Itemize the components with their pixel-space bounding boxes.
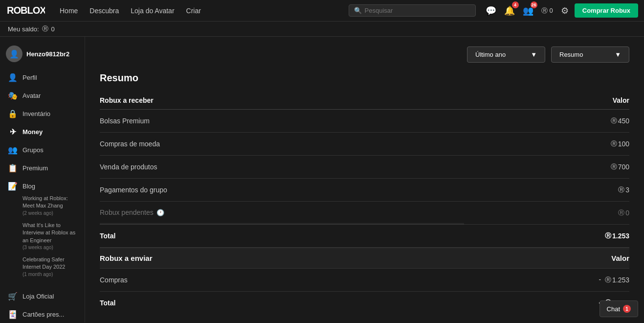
avatar-icon: 👤 [9,49,19,59]
row-value: Ⓡ 100 [464,133,629,156]
total-label: Total [100,225,464,248]
sidebar-cartoes-label: Cartões pres... [22,311,64,318]
sidebar-item-premium[interactable]: 📋 Premium [0,160,85,177]
sidebar-item-blog[interactable]: 📝 Blog [0,178,85,192]
top-navigation: ROBLOX Home Descubra Loja do Avatar Cria… [0,0,644,22]
chat-button[interactable]: Chat 1 [600,300,638,317]
row-value-text: 450 [618,117,629,125]
balance-bar: Meu saldo: Ⓡ 0 [0,22,644,37]
period-label: Último ano [475,51,506,58]
nav-links: Home Descubra Loja do Avatar Criar [55,4,345,18]
total-send-label: Total [100,292,464,315]
search-icon: 🔍 [354,7,362,14]
nav-create[interactable]: Criar [181,4,206,18]
table-row-total-receive: Total Ⓡ 1.253 [100,225,629,248]
blog-post-2-time: (3 weeks ago) [22,244,77,251]
total-value-text: 1.253 [612,232,629,240]
sidebar-user[interactable]: 👤 Henzo9812br2 [0,43,85,68]
roblox-logo[interactable]: ROBLOX [6,3,45,19]
premium-icon: 📋 [8,163,18,173]
table-row: Venda de produtos Ⓡ 700 [100,156,629,179]
settings-icon: ⚙ [561,6,569,16]
row-value-text: 100 [618,140,629,148]
row-value-text: 1.253 [612,276,629,284]
robux-symbol: Ⓡ [605,231,611,240]
robux-symbol: Ⓡ [611,139,617,148]
settings-btn[interactable]: ⚙ [559,3,571,18]
row-value-text-pending: 0 [625,209,629,217]
blog-post-1-title: Working at Roblox: Meet Max Zhang [22,195,77,210]
table-row: Compras - Ⓡ 1.253 [100,269,629,292]
chat-badge: 1 [623,305,631,313]
row-label: Venda de produtos [100,156,464,179]
sidebar-item-loja-oficial[interactable]: 🛒 Loja Oficial [0,288,85,305]
row-value-text: 700 [618,163,629,171]
table-row-pending: Robux pendentes 🕐 Ⓡ 0 [100,202,629,225]
sidebar-inventario-label: Inventário [22,110,50,117]
row-value: - Ⓡ 1.253 [464,269,629,292]
row-value: Ⓡ 3 [464,179,629,202]
table-row: Pagamentos do grupo Ⓡ 3 [100,179,629,202]
row-label: Compras [100,269,464,292]
sidebar-item-inventario[interactable]: 🔒 Inventário [0,105,85,122]
sidebar-loja-oficial-label: Loja Oficial [22,293,54,300]
blog-post-1[interactable]: Working at Roblox: Meet Max Zhang (2 wee… [0,193,85,219]
row-label: Bolsas Premium [100,110,464,133]
total-value: Ⓡ 1.253 [464,225,629,248]
content-area: Último ano ▼ Resumo ▼ Resumo Robux a rec… [85,37,644,323]
balance-label: Meu saldo: [8,25,39,33]
sidebar-money-label: Money [22,128,43,136]
friends-btn[interactable]: 👥 26 [521,3,535,18]
type-dropdown[interactable]: Resumo ▼ [551,46,629,63]
robux-symbol: Ⓡ [605,276,611,284]
notifications-badge: 4 [512,1,519,8]
chat-icon-btn[interactable]: 💬 [484,3,498,18]
col-receive-header: Robux a receber [100,92,464,110]
robux-symbol: Ⓡ [618,185,624,194]
send-header-col2: Valor [464,248,629,269]
robux-symbol: Ⓡ [611,116,617,125]
table-section-header-send: Robux a enviar Valor [100,248,629,269]
topnav-icons: 💬 🔔 4 👥 26 Ⓡ 0 ⚙ [484,3,571,18]
sidebar-perfil-label: Perfil [22,74,37,81]
robux-balance-icon: Ⓡ [42,24,48,33]
period-dropdown[interactable]: Último ano ▼ [467,46,545,63]
blog-icon: 📝 [8,182,18,191]
robux-value: 0 [550,7,553,14]
chat-label: Chat [607,305,620,313]
sidebar-premium-label: Premium [22,164,48,172]
nav-avatar-shop[interactable]: Loja do Avatar [126,4,179,18]
col-value-header-receive: Valor [464,92,629,110]
sidebar-item-avatar[interactable]: 🎭 Avatar [0,87,85,104]
notifications-btn[interactable]: 🔔 4 [502,3,517,18]
inventario-icon: 🔒 [8,109,18,118]
sidebar-item-money[interactable]: ✈ Money [0,123,85,140]
row-label-pending: Robux pendentes 🕐 [100,202,464,224]
row-label: Pagamentos do grupo [100,179,464,202]
avatar: 👤 [6,46,22,62]
robux-btn[interactable]: Ⓡ 0 [539,4,555,17]
sidebar-item-cartoes[interactable]: 🃏 Cartões pres... [0,306,85,323]
table-row: Compras de moeda Ⓡ 100 [100,133,629,156]
nav-discover[interactable]: Descubra [85,4,124,18]
blog-post-2[interactable]: What It's Like to Interview at Roblox as… [0,220,85,253]
balance-value: 0 [51,25,55,33]
buy-robux-button[interactable]: Comprar Robux [575,3,638,18]
svg-text:ROBLOX: ROBLOX [7,5,45,16]
search-input[interactable] [365,7,470,14]
blog-post-3[interactable]: Celebrating Safer Internet Day 2022 (1 m… [0,254,85,280]
sidebar-item-perfil[interactable]: 👤 Perfil [0,69,85,86]
sidebar-blog-label: Blog [22,183,35,190]
sidebar-item-grupos[interactable]: 👥 Grupos [0,141,85,159]
row-value: Ⓡ 450 [464,110,629,133]
avatar-icon-nav: 🎭 [8,91,18,100]
sidebar-avatar-label: Avatar [22,92,41,99]
search-bar[interactable]: 🔍 [349,4,476,17]
main-layout: 👤 Henzo9812br2 👤 Perfil 🎭 Avatar 🔒 Inven… [0,37,644,323]
clock-icon: 🕐 [156,209,164,216]
nav-home[interactable]: Home [55,4,83,18]
row-value: Ⓡ 700 [464,156,629,179]
type-label: Resumo [559,51,583,58]
content-header: Último ano ▼ Resumo ▼ [100,46,629,63]
blog-post-3-title: Celebrating Safer Internet Day 2022 [22,256,77,271]
